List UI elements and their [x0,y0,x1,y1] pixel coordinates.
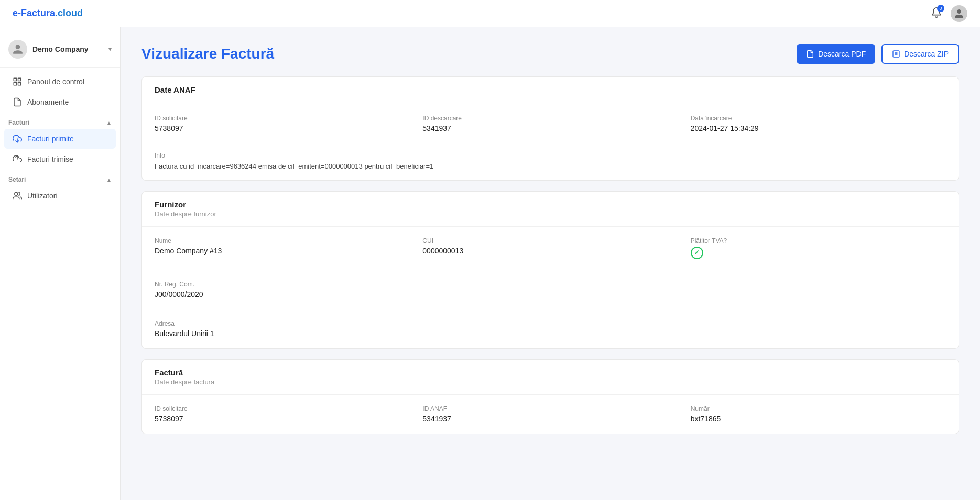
anaf-id-solicitare-label: ID solicitare [155,115,410,122]
top-navigation: e-Factura.cloud 0 [0,0,980,27]
factura-numar: Număr bxt71865 [691,405,946,423]
anaf-id-descarcare-value: 5341937 [422,124,678,132]
anaf-data-incarcare-label: Dată încărcare [691,115,946,122]
furnizor-cui-value: 0000000013 [422,247,678,255]
furnizor-nume: Nume Demo Company #13 [155,237,410,259]
factura-card: Factură Date despre factură ID solicitar… [141,359,959,434]
sidebar-item-facturi-trimise[interactable]: Facturi trimise [4,149,116,169]
furnizor-cui-label: CUI [422,237,678,245]
svg-rect-0 [14,78,16,81]
logo-prefix: e-Factura [13,8,55,18]
setari-section-header[interactable]: Setări ▲ [0,170,120,185]
page-header: Vizualizare Factură Descarca PDF Descarc… [141,44,959,64]
furnizor-adresa-value: Bulevardul Unirii 1 [155,329,946,338]
sidebar: Demo Company ▾ Panoul de control Aboname… [0,27,121,500]
factura-subtitle: Date despre factură [155,378,946,386]
zip-icon [892,50,900,58]
factura-id-anaf-label: ID ANAF [422,405,678,413]
factura-id-solicitare-value: 5738097 [155,415,410,423]
factura-numar-value: bxt71865 [691,415,946,423]
anaf-id-descarcare-label: ID descărcare [422,115,678,122]
chevron-down-icon: ▾ [108,46,112,53]
furnizor-adresa: Adresă Bulevardul Unirii 1 [142,309,959,348]
main-content: Vizualizare Factură Descarca PDF Descarc… [121,27,980,500]
anaf-info-block: Info Factura cu id_incarcare=9636244 emi… [142,143,959,180]
anaf-info-label: Info [155,152,946,159]
setari-section-label: Setări [8,176,26,183]
facturi-section-header[interactable]: Facturi ▲ [0,113,120,128]
date-anaf-header: Date ANAF [142,77,959,104]
svg-rect-3 [18,83,21,85]
furnizor-nr-reg-label: Nr. Reg. Com. [155,281,946,288]
descarca-pdf-button[interactable]: Descarca PDF [797,44,875,64]
facturi-section-label: Facturi [8,119,29,126]
sidebar-item-facturi-primite[interactable]: Facturi primite [4,129,116,149]
pdf-icon [806,50,814,58]
factura-numar-label: Număr [691,405,946,413]
facturi-collapse-icon: ▲ [106,120,112,126]
furnizor-title: Furnizor [155,200,946,209]
date-anaf-card: Date ANAF ID solicitare 5738097 ID descă… [141,76,959,181]
svg-rect-1 [18,78,21,81]
anaf-info-value: Factura cu id_incarcare=9636244 emisa de… [155,161,946,172]
furnizor-cui: CUI 0000000013 [422,237,678,259]
user-avatar[interactable] [951,5,967,22]
factura-fields-row: ID solicitare 5738097 ID ANAF 5341937 Nu… [142,395,959,434]
anaf-data-incarcare: Dată încărcare 2024-01-27 15:34:29 [691,115,946,132]
topnav-right: 0 [931,5,967,22]
tva-check-icon: ✓ [691,247,703,259]
furnizor-platitor-tva: Plătitor TVA? ✓ [691,237,946,259]
furnizor-fields-row1: Nume Demo Company #13 CUI 0000000013 Plă… [142,227,959,270]
page-actions: Descarca PDF Descarca ZIP [797,44,959,64]
sidebar-item-facturi-trimise-label: Facturi trimise [27,155,73,163]
sidebar-item-utilizatori[interactable]: Utilizatori [4,186,116,206]
svg-rect-2 [14,83,16,85]
factura-id-solicitare-label: ID solicitare [155,405,410,413]
anaf-id-solicitare: ID solicitare 5738097 [155,115,410,132]
descarca-zip-button[interactable]: Descarca ZIP [881,44,959,64]
furnizor-card: Furnizor Date despre furnizor Nume Demo … [141,191,959,349]
factura-id-anaf-value: 5341937 [422,415,678,423]
logo[interactable]: e-Factura.cloud [13,8,83,19]
company-selector[interactable]: Demo Company ▾ [0,36,120,68]
svg-point-6 [15,192,18,195]
sidebar-item-panoul-label: Panoul de control [27,77,84,86]
setari-collapse-icon: ▲ [106,177,112,183]
anaf-id-solicitare-value: 5738097 [155,124,410,132]
anaf-fields-row: ID solicitare 5738097 ID descărcare 5341… [142,104,959,143]
furnizor-header: Furnizor Date despre furnizor [142,192,959,227]
company-name-label: Demo Company [32,45,103,53]
furnizor-nr-reg: Nr. Reg. Com. J00/0000/2020 [142,270,959,309]
factura-title: Factură [155,368,946,377]
furnizor-adresa-label: Adresă [155,320,946,327]
furnizor-nume-value: Demo Company #13 [155,247,410,255]
factura-id-anaf: ID ANAF 5341937 [422,405,678,423]
descarca-pdf-label: Descarca PDF [818,50,866,58]
furnizor-nume-label: Nume [155,237,410,245]
factura-id-solicitare: ID solicitare 5738097 [155,405,410,423]
notification-bell[interactable]: 0 [931,7,942,20]
sidebar-item-panoul[interactable]: Panoul de control [4,72,116,92]
date-anaf-title: Date ANAF [155,85,946,94]
company-avatar [8,40,27,59]
furnizor-platitor-tva-value: ✓ [691,247,946,259]
logo-suffix: .cloud [55,8,83,18]
notification-badge: 0 [937,5,944,12]
furnizor-subtitle: Date despre furnizor [155,210,946,218]
anaf-id-descarcare: ID descărcare 5341937 [422,115,678,132]
furnizor-nr-reg-value: J00/0000/2020 [155,290,946,298]
sidebar-item-facturi-primite-label: Facturi primite [27,135,74,143]
factura-header: Factură Date despre factură [142,360,959,395]
sidebar-item-abonamente-label: Abonamente [27,98,69,106]
sidebar-item-abonamente[interactable]: Abonamente [4,92,116,112]
anaf-data-incarcare-value: 2024-01-27 15:34:29 [691,124,946,132]
page-title: Vizualizare Factură [141,46,274,62]
furnizor-platitor-tva-label: Plătitor TVA? [691,237,946,245]
descarca-zip-label: Descarca ZIP [904,50,949,58]
sidebar-item-utilizatori-label: Utilizatori [27,192,58,200]
